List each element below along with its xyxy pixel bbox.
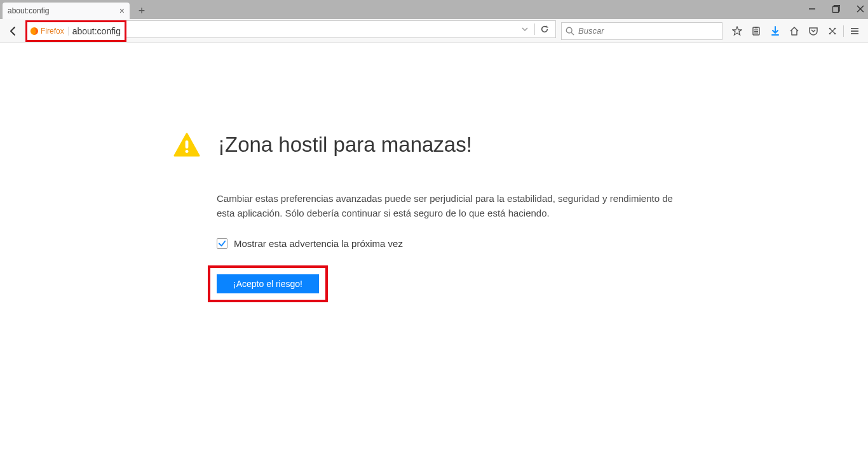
checkbox-icon[interactable] xyxy=(217,238,227,249)
search-box[interactable] xyxy=(561,22,722,40)
firefox-brand-label: Firefox xyxy=(30,27,69,36)
url-bar[interactable]: Firefox about:config xyxy=(25,20,556,42)
menu-icon[interactable] xyxy=(845,22,864,41)
svg-rect-9 xyxy=(755,27,758,29)
firefox-icon xyxy=(30,27,39,36)
toolbar-separator xyxy=(843,25,844,37)
checkbox-label: Mostrar esta advertencia la próxima vez xyxy=(234,238,403,249)
svg-rect-2 xyxy=(833,6,839,12)
warning-panel: ¡Zona hostil para manazas! Cambiar estas… xyxy=(173,132,695,302)
minimize-icon[interactable] xyxy=(808,5,816,15)
pocket-icon[interactable] xyxy=(804,22,823,41)
svg-point-24 xyxy=(186,150,189,153)
url-bar-right xyxy=(126,20,556,38)
back-button[interactable] xyxy=(4,22,23,41)
warning-triangle-icon xyxy=(173,132,200,157)
search-icon xyxy=(566,27,574,36)
close-window-icon[interactable] xyxy=(857,5,864,15)
dropdown-icon[interactable] xyxy=(517,26,533,32)
downloads-icon[interactable] xyxy=(766,22,785,41)
dev-tools-icon[interactable] xyxy=(823,22,842,41)
new-tab-button[interactable]: + xyxy=(133,3,150,18)
close-tab-icon[interactable]: × xyxy=(119,6,125,15)
warning-body: Cambiar estas preferencias avanzadas pue… xyxy=(217,192,687,220)
nav-bar: Firefox about:config xyxy=(0,19,868,43)
maximize-icon[interactable] xyxy=(832,5,840,15)
page-content: ¡Zona hostil para manazas! Cambiar estas… xyxy=(0,43,868,302)
bookmark-star-icon[interactable] xyxy=(728,22,747,41)
accept-risk-button[interactable]: ¡Acepto el riesgo! xyxy=(217,274,319,293)
clipboard-icon[interactable] xyxy=(747,22,766,41)
separator xyxy=(534,23,535,35)
reload-icon[interactable] xyxy=(536,25,553,34)
search-input[interactable] xyxy=(578,26,718,36)
accept-highlight-frame: ¡Acepto el riesgo! xyxy=(208,265,328,302)
tab-title: about:config xyxy=(8,6,49,15)
svg-line-7 xyxy=(571,32,574,35)
window-controls xyxy=(808,0,864,19)
url-text: about:config xyxy=(72,26,121,36)
browser-tab[interactable]: about:config × xyxy=(3,3,130,19)
warning-title: ¡Zona hostil para manazas! xyxy=(218,133,472,157)
svg-point-6 xyxy=(566,27,572,33)
home-icon[interactable] xyxy=(785,22,804,41)
show-warning-checkbox-row[interactable]: Mostrar esta advertencia la próxima vez xyxy=(217,238,695,249)
svg-rect-23 xyxy=(186,140,189,148)
brand-text: Firefox xyxy=(41,27,64,36)
tab-strip: about:config × + xyxy=(0,0,868,19)
toolbar-icons xyxy=(728,22,864,41)
identity-box[interactable]: Firefox about:config xyxy=(25,20,126,42)
